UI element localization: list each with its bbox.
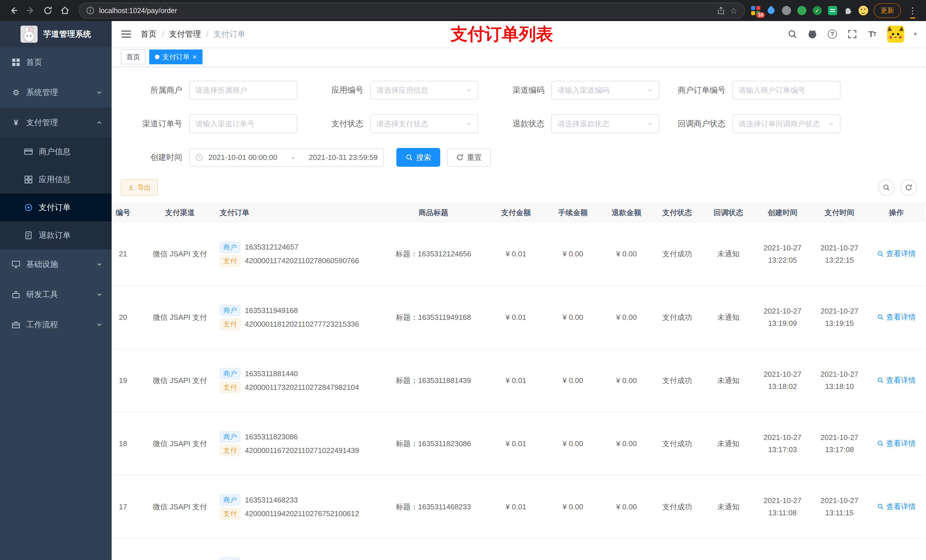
github-icon[interactable] — [807, 29, 817, 39]
emoji-profile-icon[interactable] — [858, 5, 869, 16]
filter-label: 渠道编码 — [483, 85, 551, 96]
sidebar-item-label: 工作流程 — [26, 319, 58, 330]
sidebar-item-home[interactable]: 首页 — [0, 47, 112, 77]
table-row: 18 微信 JSAPI 支付 商户 1635311823086 支付 42000… — [112, 412, 925, 475]
cell-title: 标题：1635311949168 — [379, 286, 487, 349]
app-logo[interactable]: 芋道管理系统 — [0, 21, 112, 47]
date-end[interactable]: 2021-10-31 23:59:59 — [309, 153, 378, 162]
sidebar-item-payment[interactable]: ¥ 支付管理 — [0, 107, 112, 138]
sidebar-item-system[interactable]: ⚙ 系统管理 — [0, 77, 112, 107]
date-range-picker[interactable]: 2021-10-01 00:00:00 - 2021-10-31 23:59:5… — [189, 148, 384, 167]
address-bar[interactable]: localhost:1024/pay/order ☆ — [79, 3, 745, 18]
bookmark-star-icon[interactable]: ☆ — [730, 6, 737, 16]
forward-icon[interactable] — [23, 3, 39, 18]
hamburger-icon[interactable] — [121, 29, 132, 39]
cell-pay-time: 2021-10-27 13:17:08 — [811, 412, 868, 475]
app-id-select[interactable]: 请选择应用信息 — [370, 81, 478, 100]
cell-order: 商户 1635311823086 支付 42000011672021102710… — [214, 412, 379, 475]
table-row: 21 微信 JSAPI 支付 商户 1635312124657 支付 42000… — [112, 222, 925, 286]
toggle-search-icon[interactable] — [878, 179, 895, 196]
sidebar-item-dev-tools[interactable]: 研发工具 — [0, 279, 112, 309]
export-button[interactable]: 导出 — [121, 179, 158, 196]
share-icon[interactable] — [717, 6, 725, 15]
chevron-down-icon — [96, 322, 103, 328]
search-button[interactable]: 搜索 — [396, 148, 440, 167]
site-info-icon[interactable] — [86, 6, 95, 15]
filter-label: 渠道订单号 — [121, 118, 189, 129]
tab-home[interactable]: 首页 — [121, 50, 146, 64]
filter-merchant-order-no: 商户订单编号 — [664, 81, 841, 100]
cell-title: 标题：1635311881439 — [379, 349, 487, 412]
cell-channel: 微信 JSAPI 支付 — [146, 475, 214, 538]
chevron-down-icon — [96, 89, 103, 96]
filter-label: 创建时间 — [121, 152, 189, 163]
user-avatar[interactable] — [887, 26, 904, 43]
cell-refund: ¥ 0.00 — [601, 475, 652, 538]
dashboard-icon — [11, 58, 21, 67]
merchant-order-no: 1635311823086 — [245, 433, 298, 441]
home-icon[interactable] — [57, 3, 73, 18]
filter-refund-status: 退款状态 请选择退款状态 — [483, 115, 660, 133]
sidebar-item-workflow[interactable]: 工作流程 — [0, 309, 112, 340]
refund-status-select[interactable]: 请选择退款状态 — [551, 115, 660, 133]
view-detail-link[interactable]: 查看详情 — [877, 249, 916, 259]
cell-id: 21 — [112, 222, 146, 286]
col-amount: 支付金额 — [487, 202, 545, 222]
breadcrumb-pay-manage[interactable]: 支付管理 — [169, 29, 201, 39]
view-detail-link[interactable]: 查看详情 — [877, 375, 916, 385]
question-icon[interactable]: ? — [827, 29, 837, 39]
font-size-icon[interactable]: TT — [867, 29, 877, 39]
tab-pay-order[interactable]: 支付订单 × — [149, 50, 203, 64]
browser-menu-icon[interactable]: ⋮ — [906, 6, 919, 16]
table-tools — [878, 179, 917, 196]
app-title: 芋道管理系统 — [43, 29, 91, 39]
sidebar-item-app-info[interactable]: 应用信息 — [0, 166, 112, 193]
view-detail-link[interactable]: 查看详情 — [877, 312, 916, 322]
puzzle-extensions-icon[interactable] — [843, 5, 853, 16]
merchant-input[interactable] — [195, 86, 291, 95]
pay-order-no: 4200001174202110278060590766 — [245, 257, 359, 265]
check-circle-extension-icon[interactable]: ✓ — [812, 5, 822, 16]
table-header-row: 编号 支付渠道 支付订单 商品标题 支付金额 手续金额 退款金额 支付状态 回调… — [112, 202, 925, 222]
cell-action: 查看详情 — [868, 538, 925, 560]
caret-down-icon[interactable]: ▾ — [914, 30, 917, 38]
merchant-order-no-input[interactable] — [738, 86, 834, 95]
close-icon[interactable]: × — [192, 53, 197, 60]
back-icon[interactable] — [6, 3, 22, 18]
notify-status-select[interactable]: 请选择订单回调商户状态 — [732, 115, 841, 133]
channel-order-no-input[interactable] — [195, 119, 291, 128]
cell-create-time — [754, 538, 811, 560]
url-text[interactable]: localhost:1024/pay/order — [99, 6, 712, 15]
chrome-update-button[interactable]: 更新 — [874, 3, 901, 18]
search-icon[interactable] — [787, 29, 797, 39]
sidebar-item-merchant-info[interactable]: 商户信息 — [0, 138, 112, 166]
document-icon — [24, 231, 33, 240]
breadcrumb-home[interactable]: 首页 — [141, 29, 157, 39]
order-table-body: 21 微信 JSAPI 支付 商户 1635312124657 支付 42000… — [112, 222, 925, 560]
reload-icon[interactable] — [40, 3, 56, 18]
cell-fee: ¥ 0.00 — [545, 412, 601, 475]
extension-grid-icon[interactable]: 10 — [750, 5, 761, 16]
reset-button[interactable]: 重置 — [447, 148, 491, 167]
date-start[interactable]: 2021-10-01 00:00:00 — [209, 153, 277, 162]
cell-create-time: 2021-10-27 13:22:05 — [754, 222, 811, 286]
table-row: 17 微信 JSAPI 支付 商户 1635311468233 支付 42000… — [112, 475, 925, 538]
green-circle-extension-icon[interactable] — [797, 5, 807, 16]
filter-row-3: 创建时间 2021-10-01 00:00:00 - 2021-10-31 23… — [121, 148, 917, 167]
view-detail-link[interactable]: 查看详情 — [877, 438, 916, 448]
sidebar-item-pay-order[interactable]: 支付订单 — [0, 193, 112, 221]
pay-status-select[interactable]: 请选择支付状态 — [370, 115, 478, 133]
sidebar-item-refund-order[interactable]: 退款订单 — [0, 221, 112, 249]
pay-order-no: 4200001194202110276752100612 — [245, 509, 359, 518]
fullscreen-icon[interactable] — [847, 29, 857, 39]
cell-amount: ¥ 0.01 — [487, 475, 545, 538]
pay-tag: 支付 — [220, 382, 240, 393]
sidebar-item-infrastructure[interactable]: 基础设施 — [0, 249, 112, 279]
channel-code-select[interactable]: 请输入渠道编码 — [551, 81, 660, 100]
view-detail-link[interactable]: 查看详情 — [877, 502, 916, 512]
gray-circle-extension-icon[interactable] — [781, 5, 791, 16]
chat-extension-icon[interactable] — [828, 5, 838, 16]
refresh-icon[interactable] — [900, 179, 917, 196]
drop-extension-icon[interactable] — [766, 5, 776, 16]
cell-status: 支付成功 — [652, 286, 703, 349]
